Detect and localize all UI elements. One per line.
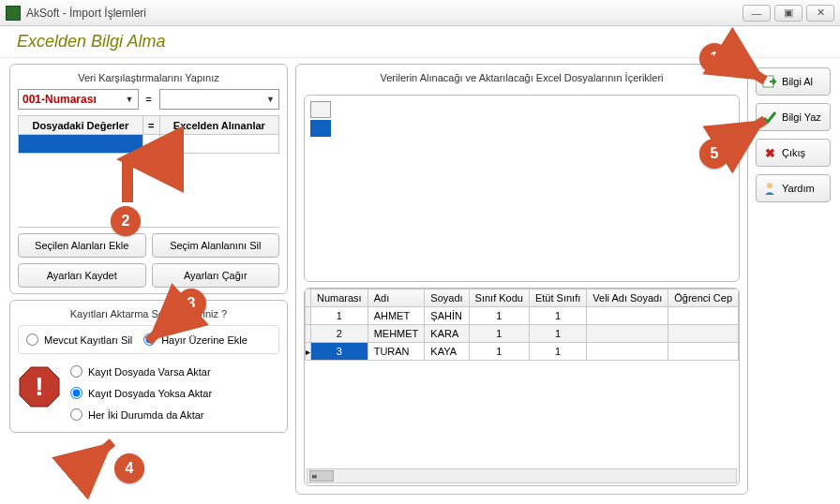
action-sidebar: Bilgi Al Bilgi Yaz ✖ Çıkış Yardım bbox=[756, 64, 831, 495]
data-grid-wrap: Numarası Adı Soyadı Sınıf Kodu Etüt Sını… bbox=[304, 288, 740, 486]
radio-append[interactable]: Hayır Üzerine Ekle bbox=[142, 330, 249, 349]
col-sinifkodu[interactable]: Sınıf Kodu bbox=[469, 289, 529, 307]
mapping-table[interactable]: Dosyadaki Değerler = Excelden Alınanlar bbox=[18, 115, 279, 154]
equals-label: = bbox=[142, 94, 156, 105]
mapping-group-title: Veri Karşılaştırmalarını Yapınız bbox=[18, 72, 279, 83]
close-button[interactable]: ✕ bbox=[806, 5, 834, 22]
radio-if-exists[interactable]: Kayıt Dosyada Varsa Aktar bbox=[68, 362, 214, 381]
bilgi-yaz-button[interactable]: Bilgi Yaz bbox=[756, 103, 831, 131]
save-settings-button[interactable]: Ayarları Kaydet bbox=[18, 263, 146, 288]
excel-preview-area[interactable] bbox=[304, 95, 740, 282]
window-title: AkSoft - İmport İşlemleri bbox=[26, 7, 742, 20]
source-field-selected: 001-Numarası bbox=[22, 93, 97, 106]
help-button[interactable]: Yardım bbox=[756, 174, 831, 202]
svg-text:!: ! bbox=[35, 372, 43, 401]
table-row[interactable]: 1 AHMET ŞAHİN 1 1 bbox=[305, 307, 738, 325]
transfer-options-title: Kayıtları Aktarma Seçenekleriniz ? bbox=[18, 308, 279, 319]
scroll-right-arrow-icon[interactable]: ▸ bbox=[308, 471, 322, 481]
radio-if-not-exists[interactable]: Kayıt Dosyada Yoksa Aktar bbox=[68, 383, 214, 403]
app-icon bbox=[6, 6, 21, 21]
chevron-down-icon: ▼ bbox=[266, 95, 275, 104]
person-icon bbox=[762, 181, 777, 196]
titlebar: AkSoft - İmport İşlemleri — ▣ ✕ bbox=[0, 0, 840, 26]
svg-point-3 bbox=[767, 183, 772, 188]
mapping-group: Veri Karşılaştırmalarını Yapınız 001-Num… bbox=[9, 64, 288, 294]
radio-both-cases[interactable]: Her İki Durumda da Aktar bbox=[68, 405, 214, 424]
table-row[interactable]: ▸ 3 TURAN KAYA 1 1 bbox=[305, 343, 738, 361]
horizontal-scrollbar[interactable]: ◂ ▸ bbox=[307, 468, 737, 483]
mapping-th-left: Dosyadaki Değerler bbox=[19, 116, 143, 135]
source-field-combo[interactable]: 001-Numarası ▼ bbox=[18, 89, 139, 110]
data-grid[interactable]: Numarası Adı Soyadı Sınıf Kodu Etüt Sını… bbox=[305, 289, 739, 361]
close-icon: ✖ bbox=[762, 145, 777, 160]
col-etutsinifi[interactable]: Etüt Sınıfı bbox=[529, 289, 586, 307]
radio-delete-existing[interactable]: Mevcut Kayıtları Sil bbox=[24, 330, 134, 349]
delete-selection-button[interactable]: Seçim Alanlanını Sil bbox=[152, 233, 280, 258]
add-selected-fields-button[interactable]: Seçilen Alanları Ekle bbox=[18, 233, 146, 258]
mapping-th-right: Excelden Alınanlar bbox=[159, 116, 278, 135]
excel-preview-group: Verilerin Alınacağı ve Aktarılacağı Exce… bbox=[295, 64, 748, 495]
mapping-cell-selected[interactable] bbox=[19, 135, 143, 154]
exit-button[interactable]: ✖ Çıkış bbox=[756, 139, 831, 167]
import-icon bbox=[762, 74, 777, 89]
mapping-th-eq: = bbox=[142, 116, 159, 135]
excel-preview-title: Verilerin Alınacağı ve Aktarılacağı Exce… bbox=[304, 72, 740, 83]
col-soyadi[interactable]: Soyadı bbox=[425, 289, 469, 307]
warning-stop-icon: ! bbox=[18, 365, 61, 408]
check-icon bbox=[762, 110, 777, 125]
col-numarasi[interactable]: Numarası bbox=[310, 289, 368, 307]
page-title: Excelden Bilgi Alma bbox=[0, 26, 840, 58]
call-settings-button[interactable]: Ayarları Çağır bbox=[152, 263, 280, 288]
table-row[interactable]: 2 MEHMET KARA 1 1 bbox=[305, 325, 738, 343]
chevron-down-icon: ▼ bbox=[126, 95, 134, 104]
transfer-options-group: Kayıtları Aktarma Seçenekleriniz ? Mevcu… bbox=[9, 300, 288, 433]
col-veli[interactable]: Veli Adı Soyadı bbox=[587, 289, 668, 307]
bilgi-al-button[interactable]: Bilgi Al bbox=[756, 67, 831, 96]
col-adi[interactable]: Adı bbox=[368, 289, 425, 307]
preview-header-cell bbox=[310, 101, 331, 118]
maximize-button[interactable]: ▣ bbox=[774, 5, 802, 22]
preview-selected-cell bbox=[310, 120, 331, 137]
current-row-indicator-icon: ▸ bbox=[306, 347, 310, 357]
target-field-combo[interactable]: ▼ bbox=[159, 89, 280, 110]
col-cep[interactable]: Öğrenci Cep bbox=[668, 289, 739, 307]
minimize-button[interactable]: — bbox=[742, 5, 771, 22]
